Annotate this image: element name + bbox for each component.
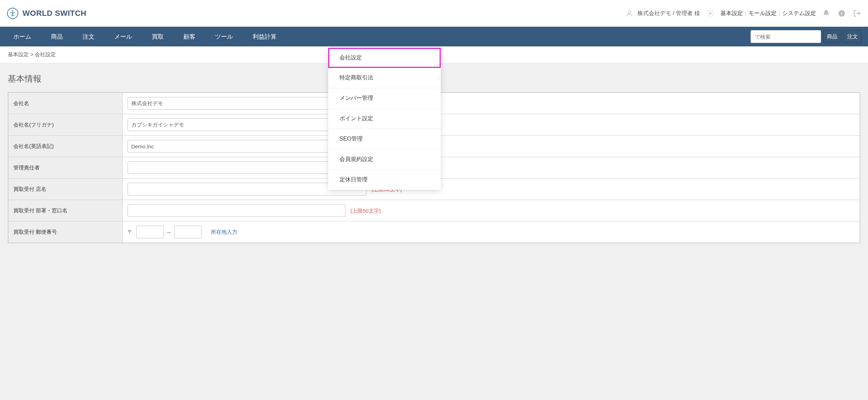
breadcrumb-sep: > (30, 51, 33, 57)
user-icon (626, 9, 633, 17)
postal-dash: – (167, 228, 171, 236)
separator: | (745, 10, 746, 17)
nav-bar: ホーム 商品 注文 メール 買取 顧客 ツール 利益計算 商品 注文 会社設定 … (0, 27, 868, 46)
svg-point-4 (841, 11, 842, 12)
nav-tool[interactable]: ツール (205, 27, 243, 46)
label-company-furigana: 会社名(フリガナ) (8, 114, 122, 136)
dropdown-tokutei[interactable]: 特定商取引法 (328, 68, 441, 88)
dropdown-seo[interactable]: SEO管理 (328, 129, 441, 149)
nav-mail[interactable]: メール (104, 27, 142, 46)
nav-customer[interactable]: 顧客 (174, 27, 205, 46)
label-postal: 買取受付 郵便番号 (8, 221, 122, 243)
label-company-name: 会社名 (8, 92, 122, 114)
svg-rect-3 (841, 13, 842, 15)
postal-symbol: 〒 (128, 229, 133, 236)
search-area: 商品 注文 (751, 30, 864, 43)
nav-purchase[interactable]: 買取 (142, 27, 174, 46)
search-btn-product[interactable]: 商品 (823, 30, 841, 43)
label-store-name: 買取受付 店名 (8, 179, 122, 200)
link-mall-settings[interactable]: モール設定 (749, 10, 777, 17)
link-address-lookup[interactable]: 所在地入力 (211, 229, 237, 236)
top-header: WORLD SWITCH 株式会社デモ / 管理者 様 基本設定 | モール設定… (0, 0, 868, 27)
header-right: 株式会社デモ / 管理者 様 基本設定 | モール設定 | システム設定 (626, 9, 861, 17)
nav-order[interactable]: 注文 (73, 27, 104, 46)
dropdown-company-settings[interactable]: 会社設定 (328, 48, 441, 68)
bell-icon[interactable] (822, 9, 830, 17)
gear-icon[interactable] (706, 9, 714, 17)
logo-text: WORLD SWITCH (22, 9, 86, 18)
user-area: 株式会社デモ / 管理者 様 (626, 9, 700, 17)
logout-icon[interactable] (853, 9, 861, 17)
row-department: 買取受付 部署・窓口名 (上限50文字) (8, 200, 860, 221)
link-basic-settings[interactable]: 基本設定 (720, 10, 743, 17)
label-department: 買取受付 部署・窓口名 (8, 200, 122, 221)
label-manager: 管理責任者 (8, 157, 122, 179)
header-icons (822, 9, 861, 17)
user-label: 株式会社デモ / 管理者 様 (637, 10, 700, 17)
search-input[interactable] (751, 30, 821, 43)
separator: | (779, 10, 780, 17)
breadcrumb-current: 会社設定 (35, 51, 56, 57)
link-system-settings[interactable]: システム設定 (782, 10, 816, 17)
settings-dropdown: 会社設定 特定商取引法 メンバー管理 ポイント設定 SEO管理 会員規約設定 定… (328, 48, 441, 190)
dropdown-point-settings[interactable]: ポイント設定 (328, 109, 441, 129)
nav-home[interactable]: ホーム (4, 27, 41, 46)
airplane-icon (7, 8, 18, 19)
dropdown-terms[interactable]: 会員規約設定 (328, 149, 441, 170)
label-company-english: 会社名(英語表記) (8, 136, 122, 157)
input-postal-2[interactable] (174, 226, 202, 238)
nav-product[interactable]: 商品 (41, 27, 73, 46)
svg-point-1 (709, 12, 711, 14)
input-postal-1[interactable] (136, 226, 164, 238)
dropdown-member-mgmt[interactable]: メンバー管理 (328, 88, 441, 109)
search-btn-order[interactable]: 注文 (843, 30, 862, 43)
dropdown-holidays[interactable]: 定休日管理 (328, 170, 441, 190)
breadcrumb-root[interactable]: 基本設定 (8, 51, 29, 57)
info-icon[interactable] (838, 9, 846, 17)
header-settings-links: 基本設定 | モール設定 | システム設定 (720, 10, 816, 17)
svg-point-0 (628, 11, 630, 13)
nav-profit[interactable]: 利益計算 (243, 27, 286, 46)
input-department[interactable] (128, 204, 345, 217)
hint-department: (上限50文字) (350, 208, 381, 214)
logo-area[interactable]: WORLD SWITCH (7, 8, 86, 19)
row-postal: 買取受付 郵便番号 〒 – 所在地入力 (8, 221, 860, 243)
